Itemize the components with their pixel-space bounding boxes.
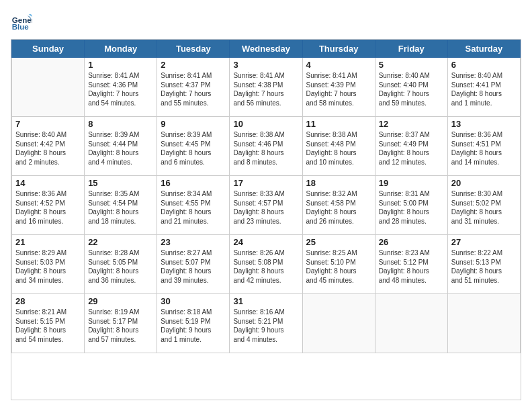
calendar-cell [302,294,375,353]
weekday-header-tuesday: Tuesday [157,40,230,58]
calendar-cell: 22Sunrise: 8:28 AM Sunset: 5:05 PM Dayli… [85,235,157,294]
calendar-cell [12,58,85,117]
logo-icon: General Blue [11,11,32,32]
day-number: 3 [233,60,298,70]
day-info: Sunrise: 8:31 AM Sunset: 5:00 PM Dayligh… [379,189,444,226]
weekday-header-thursday: Thursday [302,40,375,58]
day-number: 5 [379,60,444,70]
calendar-cell: 4Sunrise: 8:41 AM Sunset: 4:39 PM Daylig… [302,58,375,117]
calendar-cell [447,294,520,353]
calendar-cell: 26Sunrise: 8:23 AM Sunset: 5:12 PM Dayli… [375,235,447,294]
day-info: Sunrise: 8:38 AM Sunset: 4:48 PM Dayligh… [306,130,371,167]
day-number: 6 [451,60,517,70]
day-info: Sunrise: 8:37 AM Sunset: 4:49 PM Dayligh… [379,130,444,167]
day-info: Sunrise: 8:34 AM Sunset: 4:55 PM Dayligh… [161,189,226,226]
day-number: 13 [451,119,517,129]
calendar-cell: 2Sunrise: 8:41 AM Sunset: 4:37 PM Daylig… [157,58,230,117]
day-info: Sunrise: 8:22 AM Sunset: 5:13 PM Dayligh… [451,248,517,285]
calendar-cell: 14Sunrise: 8:36 AM Sunset: 4:52 PM Dayli… [12,176,85,235]
day-number: 8 [88,119,153,129]
day-number: 23 [161,237,226,247]
day-info: Sunrise: 8:21 AM Sunset: 5:15 PM Dayligh… [15,308,81,344]
day-info: Sunrise: 8:16 AM Sunset: 5:21 PM Dayligh… [233,308,298,344]
day-number: 12 [379,119,444,129]
day-info: Sunrise: 8:35 AM Sunset: 4:54 PM Dayligh… [88,189,153,226]
weekday-header-wednesday: Wednesday [230,40,302,58]
day-number: 31 [233,296,298,306]
day-info: Sunrise: 8:39 AM Sunset: 4:44 PM Dayligh… [88,130,153,167]
day-number: 17 [233,178,298,188]
day-number: 28 [15,296,81,306]
day-number: 9 [161,119,226,129]
calendar-cell: 7Sunrise: 8:40 AM Sunset: 4:42 PM Daylig… [12,117,85,176]
day-number: 26 [379,237,444,247]
day-info: Sunrise: 8:41 AM Sunset: 4:36 PM Dayligh… [88,71,153,107]
day-info: Sunrise: 8:28 AM Sunset: 5:05 PM Dayligh… [88,248,153,285]
day-number: 7 [15,119,81,129]
calendar-cell: 11Sunrise: 8:38 AM Sunset: 4:48 PM Dayli… [302,117,375,176]
calendar-cell: 15Sunrise: 8:35 AM Sunset: 4:54 PM Dayli… [85,176,157,235]
day-number: 27 [451,237,517,247]
day-info: Sunrise: 8:40 AM Sunset: 4:40 PM Dayligh… [379,71,444,107]
day-info: Sunrise: 8:40 AM Sunset: 4:41 PM Dayligh… [451,71,517,107]
calendar-cell: 16Sunrise: 8:34 AM Sunset: 4:55 PM Dayli… [157,176,230,235]
day-number: 24 [233,237,298,247]
day-info: Sunrise: 8:30 AM Sunset: 5:02 PM Dayligh… [451,189,517,226]
calendar-cell: 19Sunrise: 8:31 AM Sunset: 5:00 PM Dayli… [375,176,447,235]
calendar-cell: 3Sunrise: 8:41 AM Sunset: 4:38 PM Daylig… [230,58,302,117]
day-number: 11 [306,119,371,129]
calendar-cell: 9Sunrise: 8:39 AM Sunset: 4:45 PM Daylig… [157,117,230,176]
calendar-cell: 12Sunrise: 8:37 AM Sunset: 4:49 PM Dayli… [375,117,447,176]
day-number: 19 [379,178,444,188]
day-info: Sunrise: 8:36 AM Sunset: 4:52 PM Dayligh… [15,189,81,226]
calendar-cell: 1Sunrise: 8:41 AM Sunset: 4:36 PM Daylig… [85,58,157,117]
calendar-cell: 29Sunrise: 8:19 AM Sunset: 5:17 PM Dayli… [85,294,157,353]
day-info: Sunrise: 8:25 AM Sunset: 5:10 PM Dayligh… [306,248,371,285]
day-number: 10 [233,119,298,129]
day-info: Sunrise: 8:41 AM Sunset: 4:37 PM Dayligh… [161,71,226,107]
day-info: Sunrise: 8:23 AM Sunset: 5:12 PM Dayligh… [379,248,444,285]
day-info: Sunrise: 8:36 AM Sunset: 4:51 PM Dayligh… [451,130,517,167]
calendar-cell: 28Sunrise: 8:21 AM Sunset: 5:15 PM Dayli… [12,294,85,353]
day-info: Sunrise: 8:32 AM Sunset: 4:58 PM Dayligh… [306,189,371,226]
weekday-header-saturday: Saturday [447,40,520,58]
day-number: 22 [88,237,153,247]
day-info: Sunrise: 8:38 AM Sunset: 4:46 PM Dayligh… [233,130,298,167]
day-info: Sunrise: 8:26 AM Sunset: 5:08 PM Dayligh… [233,248,298,285]
calendar-cell: 20Sunrise: 8:30 AM Sunset: 5:02 PM Dayli… [447,176,520,235]
day-number: 15 [88,178,153,188]
calendar-cell: 31Sunrise: 8:16 AM Sunset: 5:21 PM Dayli… [230,294,302,353]
day-info: Sunrise: 8:40 AM Sunset: 4:42 PM Dayligh… [15,130,81,167]
day-number: 1 [88,60,153,70]
calendar-cell: 30Sunrise: 8:18 AM Sunset: 5:19 PM Dayli… [157,294,230,353]
calendar-cell: 13Sunrise: 8:36 AM Sunset: 4:51 PM Dayli… [447,117,520,176]
calendar-cell: 25Sunrise: 8:25 AM Sunset: 5:10 PM Dayli… [302,235,375,294]
calendar-cell: 24Sunrise: 8:26 AM Sunset: 5:08 PM Dayli… [230,235,302,294]
day-number: 16 [161,178,226,188]
day-number: 20 [451,178,517,188]
svg-text:Blue: Blue [12,23,30,31]
day-number: 4 [306,60,371,70]
weekday-header-friday: Friday [375,40,447,58]
calendar-cell: 21Sunrise: 8:29 AM Sunset: 5:03 PM Dayli… [12,235,85,294]
weekday-header-monday: Monday [85,40,157,58]
day-info: Sunrise: 8:39 AM Sunset: 4:45 PM Dayligh… [161,130,226,167]
day-number: 14 [15,178,81,188]
calendar-cell: 10Sunrise: 8:38 AM Sunset: 4:46 PM Dayli… [230,117,302,176]
calendar-cell [375,294,447,353]
logo: General Blue [11,11,32,32]
calendar-cell: 18Sunrise: 8:32 AM Sunset: 4:58 PM Dayli… [302,176,375,235]
calendar-cell: 23Sunrise: 8:27 AM Sunset: 5:07 PM Dayli… [157,235,230,294]
calendar: SundayMondayTuesdayWednesdayThursdayFrid… [11,39,521,400]
day-info: Sunrise: 8:19 AM Sunset: 5:17 PM Dayligh… [88,308,153,344]
day-number: 25 [306,237,371,247]
day-info: Sunrise: 8:29 AM Sunset: 5:03 PM Dayligh… [15,248,81,285]
day-number: 2 [161,60,226,70]
calendar-cell: 17Sunrise: 8:33 AM Sunset: 4:57 PM Dayli… [230,176,302,235]
calendar-cell: 6Sunrise: 8:40 AM Sunset: 4:41 PM Daylig… [447,58,520,117]
calendar-cell: 5Sunrise: 8:40 AM Sunset: 4:40 PM Daylig… [375,58,447,117]
day-info: Sunrise: 8:18 AM Sunset: 5:19 PM Dayligh… [161,308,226,344]
day-number: 29 [88,296,153,306]
day-info: Sunrise: 8:41 AM Sunset: 4:39 PM Dayligh… [306,71,371,107]
day-info: Sunrise: 8:41 AM Sunset: 4:38 PM Dayligh… [233,71,298,107]
